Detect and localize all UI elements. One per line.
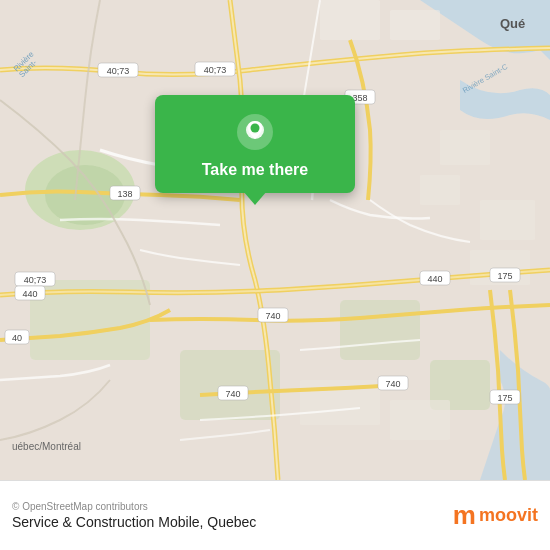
moovit-logo: m moovit bbox=[453, 500, 538, 531]
svg-text:40;73: 40;73 bbox=[107, 66, 130, 76]
svg-text:740: 740 bbox=[265, 311, 280, 321]
osm-attribution: © OpenStreetMap contributors bbox=[12, 501, 256, 512]
location-pin-icon bbox=[236, 113, 274, 151]
svg-text:Qué: Qué bbox=[500, 16, 525, 31]
svg-text:175: 175 bbox=[497, 271, 512, 281]
moovit-text: moovit bbox=[479, 505, 538, 526]
location-card: Take me there bbox=[155, 95, 355, 193]
svg-rect-14 bbox=[390, 400, 450, 440]
map-container: 40;73 40;73 138 358 40;73 440 440 740 74… bbox=[0, 0, 550, 480]
svg-text:uébec/Montréal: uébec/Montréal bbox=[12, 441, 81, 452]
svg-text:138: 138 bbox=[117, 189, 132, 199]
svg-text:440: 440 bbox=[427, 274, 442, 284]
svg-text:740: 740 bbox=[225, 389, 240, 399]
svg-text:40;73: 40;73 bbox=[24, 275, 47, 285]
take-me-there-button[interactable]: Take me there bbox=[202, 161, 308, 179]
moovit-m-icon: m bbox=[453, 500, 475, 531]
map-background: 40;73 40;73 138 358 40;73 440 440 740 74… bbox=[0, 0, 550, 480]
svg-text:440: 440 bbox=[22, 289, 37, 299]
svg-rect-8 bbox=[390, 10, 440, 40]
svg-text:40: 40 bbox=[12, 333, 22, 343]
svg-rect-9 bbox=[440, 130, 490, 165]
svg-rect-11 bbox=[480, 200, 535, 240]
svg-text:40;73: 40;73 bbox=[204, 65, 227, 75]
svg-text:740: 740 bbox=[385, 379, 400, 389]
svg-rect-5 bbox=[340, 300, 420, 360]
svg-text:175: 175 bbox=[497, 393, 512, 403]
svg-rect-4 bbox=[180, 350, 280, 420]
footer-left: © OpenStreetMap contributors Service & C… bbox=[12, 501, 256, 530]
svg-rect-10 bbox=[420, 175, 460, 205]
location-name: Service & Construction Mobile, Quebec bbox=[12, 514, 256, 530]
footer: © OpenStreetMap contributors Service & C… bbox=[0, 480, 550, 550]
svg-rect-7 bbox=[320, 0, 380, 40]
svg-point-49 bbox=[251, 124, 260, 133]
